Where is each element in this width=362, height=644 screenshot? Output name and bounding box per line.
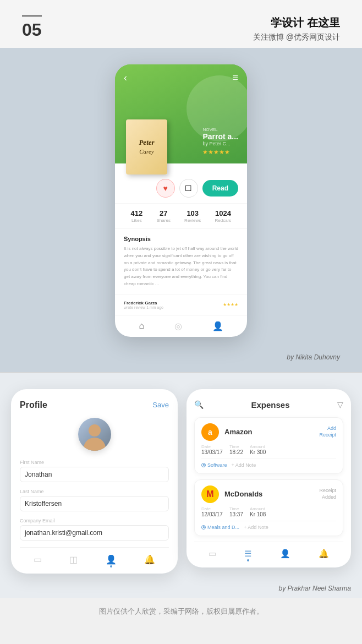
stat-likes-label: Likes xyxy=(131,218,143,223)
book-credit: by Nikita Duhovny xyxy=(0,353,362,372)
book-menu-icon[interactable]: ≡ xyxy=(232,72,238,84)
profile-nav-doc-icon[interactable]: ◫ xyxy=(69,554,78,565)
book-stats: 412 Likes 27 Shares 103 Reviews 1024 Red… xyxy=(115,203,247,228)
mcdonalds-receipt-added: ReceiptAdded xyxy=(319,488,336,500)
header-subtitle: 关注微博 @优秀网页设计 xyxy=(253,32,340,42)
expenses-nav-user-icon[interactable]: 👤 xyxy=(280,549,290,559)
amazon-amount-label: Amount xyxy=(250,444,266,449)
mcdonalds-amount-value: Kr 108 xyxy=(250,511,266,517)
footer-text: 图片仅供个人欣赏，采编于网络，版权归属原作者。 xyxy=(99,607,264,615)
mcdonalds-name: McDonalds xyxy=(224,490,314,498)
profile-nav-bell-icon[interactable]: 🔔 xyxy=(144,554,155,565)
profile-bottom-nav: ▭ ◫ 👤 🔔 xyxy=(20,547,169,565)
lastname-value[interactable]: Kristoffersen xyxy=(20,496,169,511)
expense-card-mcdonalds: M McDonalds ReceiptAdded Date 12/03/17 T… xyxy=(194,479,343,536)
profile-nav-card-icon[interactable]: ▭ xyxy=(34,554,42,565)
stat-redcars-number: 1024 xyxy=(215,209,232,217)
mcdonalds-tags: Meals and D... + Add Note xyxy=(201,521,336,530)
expenses-credit-text: by Prakhar Neel Sharma xyxy=(279,585,351,592)
stat-likes-number: 412 xyxy=(131,209,143,217)
book-nav-home-icon[interactable]: ⌂ xyxy=(139,321,144,331)
expense-mcdonalds-top: M McDonalds ReceiptAdded xyxy=(201,485,336,503)
expenses-header: 🔍 Expenses ▽ xyxy=(194,400,343,410)
profile-phone: Profile Save First Name Jonathan Last Na… xyxy=(11,389,178,574)
email-value[interactable]: jonathan.kristi@gmail.com xyxy=(20,525,169,541)
book-review: Frederick Garza wrote review 1 min ago ★… xyxy=(115,294,247,315)
book-bottom-nav: ⌂ ◎ 👤 xyxy=(115,315,247,337)
amazon-amount: Amount Kr 300 xyxy=(250,444,266,455)
lower-section: Profile Save First Name Jonathan Last Na… xyxy=(0,373,362,585)
amazon-tag-dot xyxy=(201,463,206,467)
avatar-head xyxy=(89,424,101,436)
expenses-active-dot xyxy=(247,559,249,561)
book-hero: ‹ ≡ Peter Carey Novel Parrot a... by Pet… xyxy=(115,64,247,163)
amazon-date-value: 13/03/17 xyxy=(201,449,223,455)
book-back-button[interactable]: ‹ xyxy=(124,72,127,84)
book-nav-compass-icon[interactable]: ◎ xyxy=(174,321,182,331)
active-nav-dot xyxy=(110,565,112,567)
mcdonalds-date-value: 12/03/17 xyxy=(201,511,223,517)
stat-shares-number: 27 xyxy=(157,209,171,217)
synopsis-text: It is not always possible to jet off hal… xyxy=(124,245,238,288)
book-stars: ★★★★★ xyxy=(202,149,238,156)
mcdonalds-details: Date 12/03/17 Time 13:37 Amount Kr 108 xyxy=(201,506,336,517)
footer: 图片仅供个人欣赏，采编于网络，版权归属原作者。 xyxy=(0,598,362,625)
expenses-phone: 🔍 Expenses ▽ a Amazon AddReceipt Date 13… xyxy=(187,389,351,567)
mcdonalds-tag-meals[interactable]: Meals and D... xyxy=(201,525,239,530)
expenses-bottom-nav: ▭ ☰ 👤 🔔 xyxy=(194,542,343,559)
expenses-nav-bell-icon[interactable]: 🔔 xyxy=(319,549,329,559)
stat-reviews-number: 103 xyxy=(184,209,201,217)
reviewer-name: Frederick Garza xyxy=(124,301,163,305)
reviewer-stars: ★★★★ xyxy=(223,302,238,307)
profile-title: Profile xyxy=(20,400,47,410)
stat-reviews-label: Reviews xyxy=(184,218,201,223)
mcdonalds-time-label: Time xyxy=(229,506,243,511)
amazon-add-note-button[interactable]: + Add Note xyxy=(232,462,256,468)
expenses-credit: by Prakhar Neel Sharma xyxy=(0,585,362,598)
amazon-name: Amazon xyxy=(224,428,314,436)
avatar-person xyxy=(78,418,111,451)
stat-shares-label: Shares xyxy=(157,218,171,223)
lastname-label: Last Name xyxy=(20,489,169,494)
expenses-filter-icon[interactable]: ▽ xyxy=(337,400,343,409)
mcdonalds-time-value: 13:37 xyxy=(229,511,243,517)
book-credit-text: by Nikita Duhovny xyxy=(287,353,340,361)
email-label: Company Email xyxy=(20,518,169,523)
stat-reviews: 103 Reviews xyxy=(184,209,201,223)
cover-title-line1: Peter xyxy=(139,138,154,148)
expense-card-amazon: a Amazon AddReceipt Date 13/03/17 Time 1… xyxy=(194,417,343,474)
expenses-nav-list-icon[interactable]: ☰ xyxy=(244,549,251,559)
book-cover-text: Peter Carey xyxy=(136,136,156,157)
profile-nav-user-icon[interactable]: 👤 xyxy=(106,554,117,565)
book-like-button[interactable]: ♥ xyxy=(156,179,175,198)
synopsis-title: Synopsis xyxy=(124,236,238,242)
expenses-search-icon[interactable]: 🔍 xyxy=(194,400,204,409)
profile-field-lastname: Last Name Kristoffersen xyxy=(20,489,169,511)
amazon-logo: a xyxy=(201,423,219,441)
firstname-value[interactable]: Jonathan xyxy=(20,467,169,482)
amazon-details: Date 13/03/17 Time 18:22 Amount Kr 300 xyxy=(201,444,336,455)
avatar-body xyxy=(84,438,106,451)
amazon-tag-software[interactable]: Software xyxy=(201,462,227,468)
book-label: Novel xyxy=(202,127,238,132)
page-number: 05 xyxy=(22,15,42,40)
expenses-title: Expenses xyxy=(251,400,289,410)
profile-header: Profile Save xyxy=(20,400,169,410)
expenses-nav-card-icon[interactable]: ▭ xyxy=(209,549,216,559)
reviewer-meta: wrote review 1 min ago xyxy=(124,305,163,309)
profile-field-firstname: First Name Jonathan xyxy=(20,460,169,482)
profile-save-button[interactable]: Save xyxy=(152,401,169,409)
mcdonalds-time: Time 13:37 xyxy=(229,506,243,517)
book-bookmark-button[interactable]: ☐ xyxy=(179,179,198,198)
reviewer-info: Frederick Garza wrote review 1 min ago xyxy=(124,301,163,309)
book-nav-profile-icon[interactable]: 👤 xyxy=(212,321,223,331)
amazon-add-receipt-button[interactable]: AddReceipt xyxy=(319,425,336,438)
book-read-button[interactable]: Read xyxy=(202,180,238,197)
amazon-time: Time 18:22 xyxy=(229,444,243,455)
mcdonalds-date: Date 12/03/17 xyxy=(201,506,223,517)
mcdonalds-date-label: Date xyxy=(201,506,223,511)
book-section: ‹ ≡ Peter Carey Novel Parrot a... by Pet… xyxy=(0,48,362,353)
mcdonalds-add-note-button[interactable]: + Add Note xyxy=(244,525,268,530)
amazon-time-value: 18:22 xyxy=(229,449,243,455)
book-title: Parrot a... xyxy=(202,132,238,141)
